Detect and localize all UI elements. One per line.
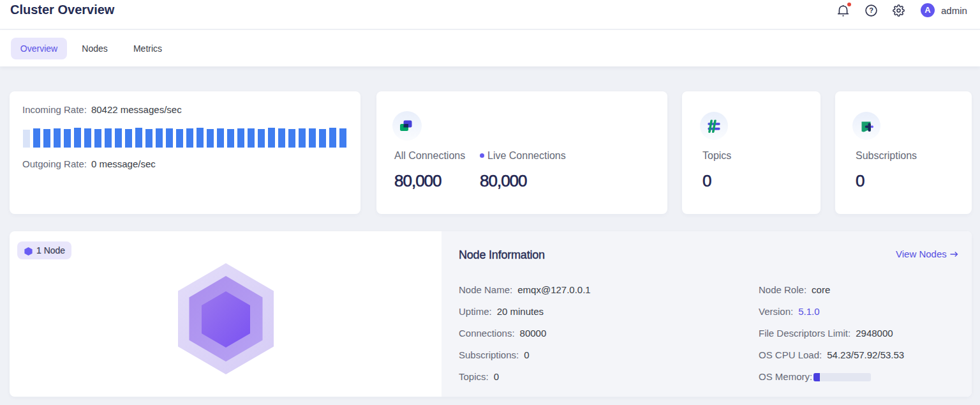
svg-text:?: ? bbox=[869, 6, 873, 14]
